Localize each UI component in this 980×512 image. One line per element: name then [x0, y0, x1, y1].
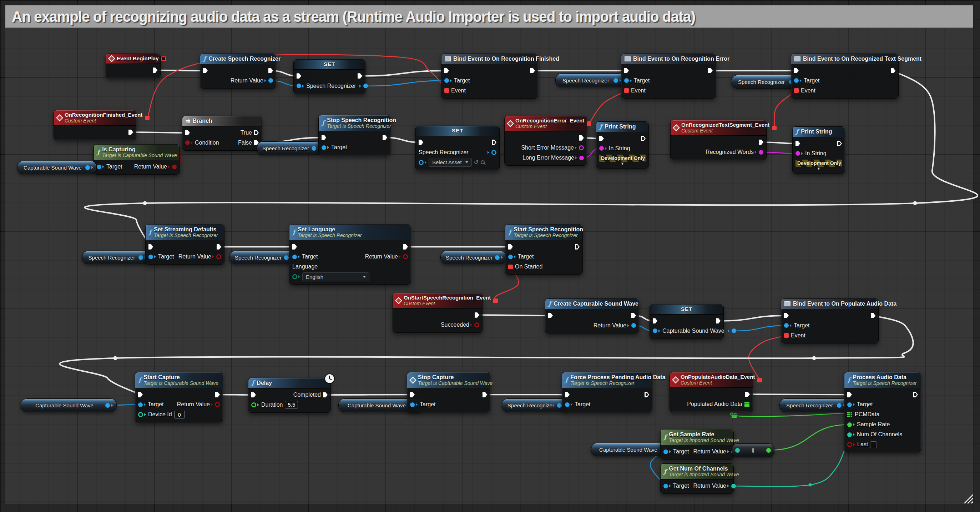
delegate-pin[interactable] — [587, 121, 591, 126]
pin-pillsrf-dot[interactable] — [495, 255, 500, 260]
pin-set2-in[interactable] — [418, 140, 423, 145]
pin-bindrecognized-target[interactable] — [794, 78, 799, 83]
pin-processaudio-out[interactable] — [913, 392, 918, 397]
pin-bindpopulate-in[interactable] — [784, 313, 789, 318]
pin-createsr-rv[interactable] — [268, 78, 273, 83]
node-startspeech[interactable]: ƒStart Speech RecognitionTarget is Speec… — [505, 224, 583, 274]
dropdown[interactable]: Select Asset — [429, 158, 472, 167]
node-onfinished[interactable]: OnRecognitionFinished_EventCustom Event — [54, 110, 136, 140]
reroute-node[interactable] — [809, 483, 812, 486]
pin-pillsra-dot[interactable] — [614, 78, 618, 83]
pin-pillsrc-dot[interactable] — [312, 146, 316, 151]
pin-bindfinished-target[interactable] — [444, 78, 449, 83]
pin-stopcapture-target[interactable] — [410, 402, 415, 407]
pin-set1-out[interactable] — [358, 73, 362, 78]
pin-set1-in[interactable] — [297, 73, 301, 78]
node-beginplay[interactable]: Event BeginPlay — [106, 54, 161, 78]
pin-set3-varin[interactable] — [653, 329, 657, 333]
pin-delay-in[interactable] — [251, 392, 256, 397]
pin-set2-varout[interactable] — [492, 150, 496, 155]
pin-setstreaming-in[interactable] — [148, 244, 153, 250]
pin-bindrecognized-event[interactable] — [794, 88, 799, 93]
reroute-node[interactable] — [113, 356, 118, 360]
collapse-chevron-icon[interactable]: ▼ — [793, 167, 845, 171]
pin-createsr-in[interactable] — [203, 68, 208, 73]
variable-pill-pillsra[interactable]: Speech Recognizer — [555, 73, 625, 87]
pin-binderror-in[interactable] — [624, 68, 629, 73]
node-startcapture[interactable]: ƒStart CaptureTarget is Capturable Sound… — [135, 372, 223, 423]
pin-startspeech-target[interactable] — [508, 255, 513, 259]
pin-startcapture-target[interactable] — [138, 402, 143, 407]
pin-binderror-event[interactable] — [624, 88, 629, 93]
node-set1[interactable]: SETSpeech Recognizer — [293, 59, 366, 94]
pin-set2-varin[interactable] — [418, 160, 424, 165]
blueprint-canvas[interactable]: An example of recognizing audio data as … — [0, 0, 980, 512]
reroute-node[interactable] — [732, 413, 737, 418]
node-onerror[interactable]: OnRecognitionError_EventCustom EventShor… — [504, 116, 587, 166]
pin-createcsw-in[interactable] — [548, 313, 553, 318]
pin-bindfinished-in[interactable] — [444, 68, 449, 73]
pin-processaudio-samplerate[interactable] — [847, 423, 852, 427]
pin-startspeech-out[interactable] — [575, 244, 579, 250]
pin-onrecognized-out[interactable] — [759, 140, 764, 145]
pin-printstring2-in[interactable] — [795, 141, 800, 146]
pin-bindpopulate-target[interactable] — [784, 323, 789, 328]
pin-onrecognized-words[interactable] — [759, 150, 764, 155]
node-processaudio[interactable]: ƒProcess Audio DataTarget is Speech Reco… — [844, 372, 921, 452]
delegate-pin[interactable] — [161, 56, 166, 61]
conversion-node[interactable] — [732, 443, 775, 457]
pin-set3-in[interactable] — [653, 318, 657, 324]
pin-conv-out[interactable] — [766, 448, 771, 453]
pin-stopspeech-out[interactable] — [383, 135, 387, 140]
pin-bindfinished-event[interactable] — [444, 88, 449, 93]
pin-bindfinished-out[interactable] — [530, 68, 535, 73]
pin-startspeech-onstarted[interactable] — [508, 265, 513, 269]
node-onpopulate[interactable]: OnPopulateAudioData_EventCustom EventPop… — [670, 372, 753, 412]
pin-iscapturing-rv[interactable] — [172, 164, 177, 169]
node-createcsw[interactable]: ƒCreate Capturable Sound WaveReturn Valu… — [545, 298, 639, 333]
pin-stopcapture-in[interactable] — [410, 392, 415, 397]
pin-processaudio-in[interactable] — [847, 392, 852, 397]
node-stopspeech[interactable]: ƒStop Speech RecognitionTarget is Speech… — [318, 115, 390, 155]
pin-beginplay-out[interactable] — [153, 67, 158, 73]
reroute-node[interactable] — [812, 356, 816, 360]
reroute-node[interactable] — [913, 201, 917, 205]
pin-onerror-long[interactable] — [579, 156, 584, 160]
node-setlanguage[interactable]: ƒSet LanguageTarget is Speech Recognizer… — [289, 224, 411, 285]
pin-pillsre-dot[interactable] — [284, 255, 289, 260]
variable-pill-pillcswb[interactable]: Capturable Sound Wave — [21, 399, 117, 412]
pin-setlanguage-target[interactable] — [292, 255, 297, 259]
pin-processaudio-numchannels[interactable] — [847, 432, 852, 437]
pin-binderror-out[interactable] — [708, 68, 713, 73]
pin-branch-true[interactable] — [254, 130, 259, 135]
pin-delay-completed[interactable] — [323, 392, 328, 397]
pin-setstreaming-out[interactable] — [216, 244, 221, 250]
pin-getnumchannels-rv[interactable] — [731, 484, 736, 488]
node-delay[interactable]: ƒDelayCompletedDuration5.5 — [248, 378, 331, 413]
pin-pillcswa-dot[interactable] — [85, 165, 90, 170]
pin-bindpopulate-out[interactable] — [871, 313, 875, 318]
pin-bindrecognized-out[interactable] — [891, 68, 896, 73]
pin-branch-condition[interactable] — [185, 140, 190, 145]
node-set2[interactable]: SETSpeech RecognizerSelect Asset↺ — [415, 126, 500, 170]
delegate-pin[interactable] — [145, 116, 150, 120]
pin-forceprocess-target[interactable] — [565, 402, 570, 407]
pin-printstring1-in[interactable] — [599, 136, 604, 141]
pin-set3-out[interactable] — [716, 318, 721, 324]
pin-pillsrg-dot[interactable] — [557, 403, 562, 408]
node-bindfinished[interactable]: Bind Event to On Recognition FinishedTar… — [441, 54, 538, 99]
use-asset-icon[interactable]: ↺ — [474, 160, 479, 165]
variable-pill-pillcswa[interactable]: Capturable Sound Wave — [17, 161, 97, 174]
pin-set2-out[interactable] — [492, 140, 496, 145]
pin-startcapture-out[interactable] — [215, 392, 220, 397]
pin-set1-varout[interactable] — [363, 83, 368, 88]
variable-pill-pillsrd[interactable]: Speech Recognizer — [82, 250, 150, 264]
checkbox[interactable] — [870, 441, 877, 448]
pin-printstring1-instring[interactable] — [599, 146, 604, 151]
pin-getnumchannels-target[interactable] — [663, 484, 668, 488]
pin-startspeech-in[interactable] — [508, 244, 513, 250]
node-bindpopulate[interactable]: Bind Event to On Populate Audio DataTarg… — [781, 298, 879, 343]
pin-setlanguage-lang[interactable] — [292, 274, 297, 279]
pin-onerror-short[interactable] — [579, 145, 584, 150]
variable-pill-pillsrh[interactable]: Speech Recognizer — [780, 399, 848, 412]
